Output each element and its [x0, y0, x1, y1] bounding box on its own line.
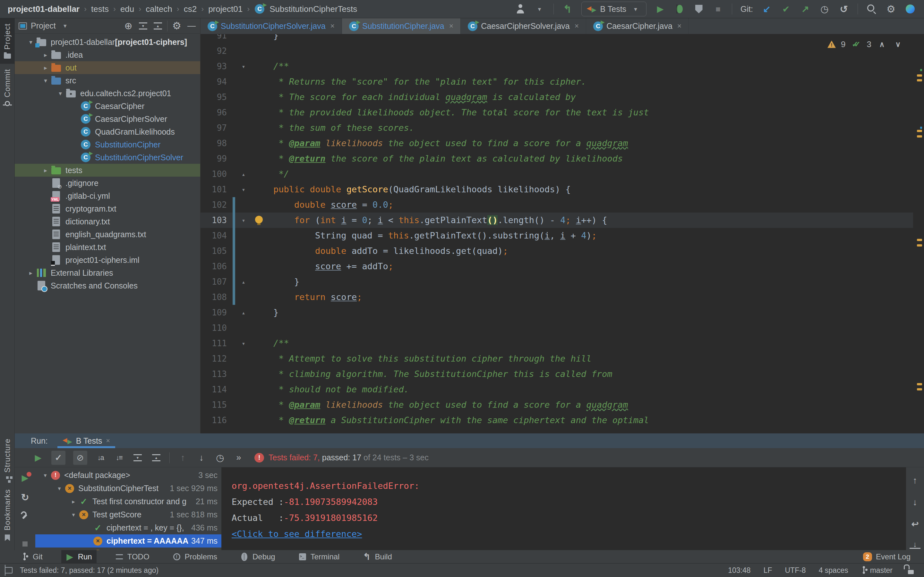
prev-problem-icon[interactable] — [877, 39, 887, 50]
test-settings-wrench-icon[interactable] — [19, 511, 31, 522]
breadcrumb-item[interactable]: edu — [120, 4, 134, 14]
breadcrumb-item[interactable]: project01 — [208, 4, 242, 14]
file-encoding[interactable]: UTF-8 — [785, 566, 806, 575]
project-tree-row[interactable]: project01-ciphers.iml — [15, 253, 200, 266]
project-tree-row[interactable]: ▸External Libraries — [15, 266, 200, 279]
project-tree-row[interactable]: CaesarCipherSolver — [15, 113, 200, 125]
show-ignored-toggle[interactable] — [73, 451, 87, 465]
line-number[interactable]: 105 — [200, 243, 233, 259]
line-number[interactable]: 95 — [200, 89, 233, 105]
stripe-tab-project[interactable]: Project — [0, 18, 15, 64]
rerun-icon[interactable] — [19, 492, 31, 503]
expand-all-icon[interactable] — [134, 454, 142, 461]
project-tree-row[interactable]: SubstitutionCipher — [15, 138, 200, 151]
expand-all-icon[interactable] — [139, 23, 147, 29]
rerun-tests-button[interactable] — [33, 452, 44, 463]
project-tree-row[interactable]: ▸.idea — [15, 48, 200, 61]
code-line[interactable]: 115 * @param likelihoods the object used… — [200, 397, 913, 413]
fold-marker-icon[interactable]: ▴ — [236, 166, 250, 182]
inspection-widget[interactable]: 9 3 — [825, 37, 906, 51]
code-editor[interactable]: 91 }9293▾ /**94 * Returns the "score" fo… — [200, 34, 924, 434]
history-icon[interactable] — [819, 3, 830, 15]
test-tree-row[interactable]: ▾Test getScore1 sec 818 ms — [35, 508, 221, 521]
close-icon[interactable]: × — [575, 22, 579, 31]
user-dropdown-icon[interactable] — [534, 3, 545, 15]
tool-window-button-build[interactable]: Build — [358, 550, 396, 563]
code-line[interactable]: 116 * @return a SubstitutionCipher with … — [200, 413, 913, 428]
panel-settings-icon[interactable] — [171, 21, 182, 31]
event-log-button[interactable]: 2Event Log — [859, 550, 915, 563]
stop-icon[interactable] — [23, 542, 27, 546]
code-line[interactable]: 109▴ } — [200, 305, 913, 320]
fold-marker-icon[interactable]: ▾ — [236, 182, 250, 197]
project-tree-row[interactable]: ▸out — [15, 61, 200, 74]
locate-file-icon[interactable] — [123, 21, 134, 31]
project-tree-row[interactable]: plaintext.txt — [15, 241, 200, 253]
fold-marker-icon[interactable]: ▴ — [236, 274, 250, 290]
tool-window-button-terminal[interactable]: Terminal — [294, 550, 344, 563]
line-number[interactable]: 115 — [200, 397, 233, 413]
tool-window-button-run[interactable]: Run — [61, 550, 97, 563]
line-number[interactable]: 108 — [200, 290, 233, 305]
tool-window-button-debug[interactable]: Debug — [236, 550, 280, 563]
code-line[interactable]: 97 * the sum of these scores. — [200, 120, 913, 135]
test-history-icon[interactable] — [215, 452, 226, 463]
tree-chevron-icon[interactable]: ▾ — [26, 39, 36, 46]
line-number[interactable]: 107 — [200, 274, 233, 290]
close-icon[interactable]: × — [677, 22, 682, 31]
code-line[interactable]: 103▾ for (int i = 0; i < this.getPlainTe… — [200, 213, 913, 228]
breadcrumb-item[interactable]: SubstitutionCipherTests — [270, 4, 357, 14]
close-icon[interactable]: × — [449, 22, 453, 31]
next-problem-icon[interactable] — [893, 39, 903, 50]
code-line[interactable]: 104 String quad = this.getPlainText().su… — [200, 228, 913, 243]
tool-window-button-git[interactable]: Git — [16, 550, 47, 563]
rerun-failed-tests-button[interactable] — [19, 472, 31, 484]
line-number[interactable]: 92 — [200, 43, 233, 59]
project-tree-row[interactable]: QuadGramLikelihoods — [15, 125, 200, 138]
fold-marker-icon[interactable]: ▴ — [236, 305, 250, 320]
project-tree-row[interactable]: ▸tests — [15, 164, 200, 177]
fold-marker-icon[interactable]: ▾ — [236, 213, 250, 228]
tree-chevron-icon[interactable]: ▾ — [40, 77, 51, 84]
close-icon[interactable]: × — [106, 437, 110, 445]
line-number[interactable]: 111 — [200, 335, 233, 351]
tool-window-switcher-icon[interactable] — [5, 567, 13, 574]
code-line[interactable]: 112 * Attempt to solve this substitution… — [200, 351, 913, 366]
line-number[interactable]: 112 — [200, 351, 233, 366]
project-tree-row[interactable]: SubstitutionCipherSolver — [15, 151, 200, 164]
line-number[interactable]: 100 — [200, 166, 233, 182]
search-icon[interactable] — [866, 3, 877, 15]
line-number[interactable]: 93 — [200, 59, 233, 74]
editor-tab[interactable]: CaesarCipher.java× — [586, 18, 689, 34]
fold-marker-icon[interactable]: ▾ — [236, 335, 250, 351]
settings-gear-icon[interactable] — [885, 3, 897, 15]
line-number[interactable]: 114 — [200, 382, 233, 397]
tree-chevron-icon[interactable]: ▸ — [69, 498, 78, 505]
project-tree-row[interactable]: dictionary.txt — [15, 215, 200, 228]
line-number[interactable]: 110 — [200, 320, 233, 335]
code-line[interactable]: 101▾ public double getScore(QuadGramLike… — [200, 182, 913, 197]
run-button[interactable] — [655, 3, 666, 15]
line-ending[interactable]: LF — [764, 566, 772, 575]
line-number[interactable]: 96 — [200, 105, 233, 120]
test-tree-row[interactable]: ciphertext = , key = {},436 ms — [35, 521, 221, 534]
run-tab[interactable]: B Tests × — [57, 434, 115, 448]
debug-button[interactable] — [677, 5, 683, 13]
tree-chevron-icon[interactable]: ▾ — [69, 511, 78, 518]
line-number[interactable]: 101 — [200, 182, 233, 197]
close-icon[interactable]: × — [330, 22, 334, 31]
breadcrumb-item[interactable]: tests — [91, 4, 109, 14]
tree-chevron-icon[interactable]: ▸ — [26, 269, 36, 277]
code-line[interactable]: 111▾ /** — [200, 335, 913, 351]
scroll-to-end-icon[interactable] — [909, 540, 921, 549]
code-line[interactable]: 93▾ /** — [200, 59, 913, 74]
lock-icon[interactable] — [908, 570, 914, 574]
scroll-up-icon[interactable] — [909, 475, 921, 486]
code-line[interactable]: 91 } — [200, 34, 913, 43]
code-line[interactable]: 108 return score; — [200, 290, 913, 305]
test-tree-row[interactable]: ciphertext = AAAAA272 ms — [35, 548, 221, 550]
error-stripe[interactable] — [913, 34, 924, 434]
line-number[interactable]: 106 — [200, 259, 233, 274]
test-tree-row[interactable]: ▾SubstitutionCipherTest1 sec 929 ms — [35, 482, 221, 495]
coverage-button[interactable] — [695, 5, 703, 13]
